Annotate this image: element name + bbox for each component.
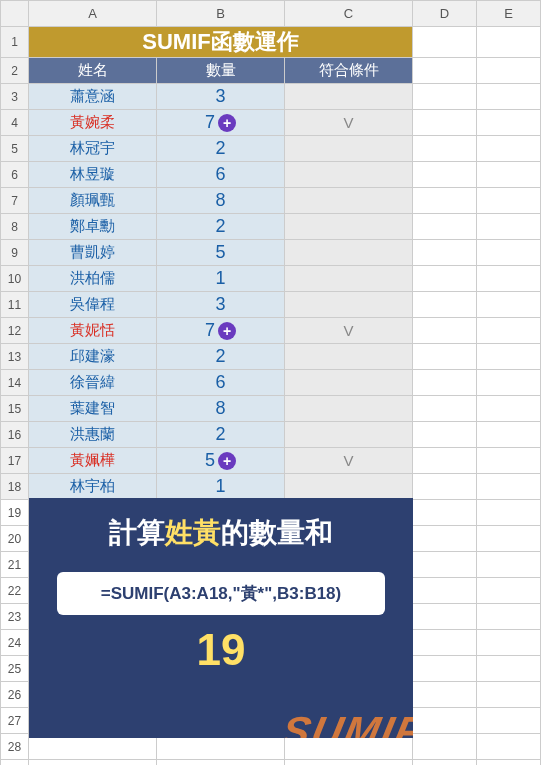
cell-empty-e[interactable] bbox=[477, 266, 541, 292]
cell-E1[interactable] bbox=[477, 27, 541, 58]
cell-name[interactable]: 葉建智 bbox=[29, 396, 157, 422]
cell-match[interactable] bbox=[285, 84, 413, 110]
cell-qty[interactable]: 5+ bbox=[157, 448, 285, 474]
header-match[interactable]: 符合條件 bbox=[285, 58, 413, 84]
cell-empty[interactable] bbox=[477, 526, 541, 552]
cell-empty[interactable] bbox=[477, 760, 541, 766]
cell-name[interactable]: 林昱璇 bbox=[29, 162, 157, 188]
cell-qty[interactable]: 1 bbox=[157, 266, 285, 292]
cell-empty[interactable] bbox=[413, 760, 477, 766]
header-qty[interactable]: 數量 bbox=[157, 58, 285, 84]
row-header-2[interactable]: 2 bbox=[1, 58, 29, 84]
cell-empty[interactable] bbox=[413, 734, 477, 760]
cell-empty-d[interactable] bbox=[413, 214, 477, 240]
cell-empty-e[interactable] bbox=[477, 474, 541, 500]
cell-name[interactable]: 黃妮恬 bbox=[29, 318, 157, 344]
cell-name[interactable]: 黃姵樺 bbox=[29, 448, 157, 474]
cell-empty[interactable] bbox=[413, 526, 477, 552]
cell-qty[interactable]: 7+ bbox=[157, 318, 285, 344]
col-header-B[interactable]: B bbox=[157, 1, 285, 27]
cell-match[interactable]: V bbox=[285, 448, 413, 474]
row-header-26[interactable]: 26 bbox=[1, 682, 29, 708]
cell-empty-d[interactable] bbox=[413, 344, 477, 370]
cell-name[interactable]: 黃婉柔 bbox=[29, 110, 157, 136]
cell-qty[interactable]: 8 bbox=[157, 396, 285, 422]
cell-match[interactable] bbox=[285, 240, 413, 266]
cell-empty-d[interactable] bbox=[413, 110, 477, 136]
cell-empty[interactable] bbox=[413, 500, 477, 526]
row-header-9[interactable]: 9 bbox=[1, 240, 29, 266]
cell-empty[interactable] bbox=[477, 552, 541, 578]
cell-empty-e[interactable] bbox=[477, 162, 541, 188]
cell-match[interactable] bbox=[285, 292, 413, 318]
row-header-11[interactable]: 11 bbox=[1, 292, 29, 318]
cell-match[interactable] bbox=[285, 136, 413, 162]
cell-empty-d[interactable] bbox=[413, 84, 477, 110]
cell-empty[interactable] bbox=[285, 760, 413, 766]
cell-empty[interactable] bbox=[413, 656, 477, 682]
cell-name[interactable]: 徐晉緯 bbox=[29, 370, 157, 396]
row-header-6[interactable]: 6 bbox=[1, 162, 29, 188]
row-header-21[interactable]: 21 bbox=[1, 552, 29, 578]
cell-name[interactable]: 林冠宇 bbox=[29, 136, 157, 162]
row-header-23[interactable]: 23 bbox=[1, 604, 29, 630]
cell-empty-d[interactable] bbox=[413, 474, 477, 500]
row-header-24[interactable]: 24 bbox=[1, 630, 29, 656]
col-header-E[interactable]: E bbox=[477, 1, 541, 27]
row-header-27[interactable]: 27 bbox=[1, 708, 29, 734]
row-header-28[interactable]: 28 bbox=[1, 734, 29, 760]
cell-empty[interactable] bbox=[477, 578, 541, 604]
cell-empty-d[interactable] bbox=[413, 370, 477, 396]
row-header-22[interactable]: 22 bbox=[1, 578, 29, 604]
cell-match[interactable]: V bbox=[285, 110, 413, 136]
col-header-C[interactable]: C bbox=[285, 1, 413, 27]
row-header-18[interactable]: 18 bbox=[1, 474, 29, 500]
row-header-15[interactable]: 15 bbox=[1, 396, 29, 422]
cell-empty-e[interactable] bbox=[477, 84, 541, 110]
cell-empty[interactable] bbox=[157, 760, 285, 766]
cell-empty-e[interactable] bbox=[477, 396, 541, 422]
header-name[interactable]: 姓名 bbox=[29, 58, 157, 84]
cell-empty[interactable] bbox=[413, 708, 477, 734]
cell-empty[interactable] bbox=[413, 604, 477, 630]
cell-empty[interactable] bbox=[477, 500, 541, 526]
cell-qty[interactable]: 2 bbox=[157, 344, 285, 370]
cell-qty[interactable]: 1 bbox=[157, 474, 285, 500]
cell-empty-d[interactable] bbox=[413, 188, 477, 214]
cell-empty-e[interactable] bbox=[477, 370, 541, 396]
row-header-19[interactable]: 19 bbox=[1, 500, 29, 526]
col-header-A[interactable]: A bbox=[29, 1, 157, 27]
cell-match[interactable] bbox=[285, 396, 413, 422]
title-cell[interactable]: SUMIF函數運作 bbox=[29, 27, 413, 58]
row-header-3[interactable]: 3 bbox=[1, 84, 29, 110]
cell-match[interactable] bbox=[285, 370, 413, 396]
cell-empty[interactable] bbox=[477, 604, 541, 630]
cell-empty[interactable] bbox=[413, 630, 477, 656]
cell-empty[interactable] bbox=[413, 578, 477, 604]
row-header-29[interactable]: 29 bbox=[1, 760, 29, 766]
cell-empty-e[interactable] bbox=[477, 292, 541, 318]
cell-E2[interactable] bbox=[477, 58, 541, 84]
cell-match[interactable]: V bbox=[285, 318, 413, 344]
row-header-7[interactable]: 7 bbox=[1, 188, 29, 214]
cell-qty[interactable]: 8 bbox=[157, 188, 285, 214]
cell-empty-e[interactable] bbox=[477, 110, 541, 136]
cell-empty-d[interactable] bbox=[413, 448, 477, 474]
cell-qty[interactable]: 2 bbox=[157, 136, 285, 162]
cell-name[interactable]: 邱建濠 bbox=[29, 344, 157, 370]
row-header-5[interactable]: 5 bbox=[1, 136, 29, 162]
cell-qty[interactable]: 3 bbox=[157, 292, 285, 318]
cell-name[interactable]: 吳偉程 bbox=[29, 292, 157, 318]
cell-match[interactable] bbox=[285, 422, 413, 448]
cell-match[interactable] bbox=[285, 266, 413, 292]
row-header-12[interactable]: 12 bbox=[1, 318, 29, 344]
cell-name[interactable]: 洪柏儒 bbox=[29, 266, 157, 292]
select-all-corner[interactable] bbox=[1, 1, 29, 27]
cell-match[interactable] bbox=[285, 214, 413, 240]
cell-name[interactable]: 蕭意涵 bbox=[29, 84, 157, 110]
row-header-10[interactable]: 10 bbox=[1, 266, 29, 292]
cell-empty-e[interactable] bbox=[477, 422, 541, 448]
cell-empty[interactable] bbox=[477, 630, 541, 656]
cell-name[interactable]: 曹凱婷 bbox=[29, 240, 157, 266]
cell-qty[interactable]: 2 bbox=[157, 214, 285, 240]
